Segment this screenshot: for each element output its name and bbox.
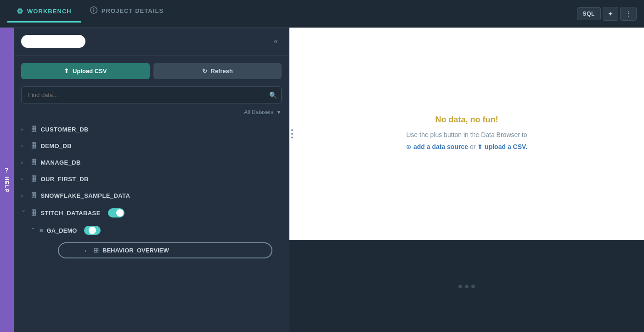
db-name-stitch: STITCH_DATABASE bbox=[40, 210, 100, 217]
help-question-icon: ? bbox=[5, 166, 9, 174]
wand-icon: ✦ bbox=[608, 10, 613, 17]
search-icon: 🔍 bbox=[269, 92, 277, 99]
chevron-down-icon: › bbox=[30, 228, 36, 233]
database-icon: 🗄 bbox=[30, 126, 37, 133]
dot-2 bbox=[465, 285, 469, 288]
bottom-panel bbox=[289, 240, 644, 332]
filter-row: All Datasets ▼ bbox=[14, 107, 289, 119]
upload-inline-icon: ⬆ bbox=[477, 143, 483, 150]
stitch-toggle[interactable] bbox=[108, 208, 124, 218]
chevron-right-icon: › bbox=[21, 160, 27, 165]
table-item-behavior-overview[interactable]: › ⊞ BEHAVIOR_OVERVIEW bbox=[58, 242, 272, 258]
help-sidebar[interactable]: ? HELP bbox=[0, 28, 14, 332]
more-options-button[interactable]: ⋮ bbox=[620, 7, 637, 21]
schema-name-ga-demo: GA_DEMO bbox=[47, 227, 77, 234]
db-item-our-first[interactable]: › 🗄 OUR_FIRST_DB bbox=[14, 171, 289, 187]
ga-demo-toggle[interactable] bbox=[84, 226, 101, 235]
sql-button[interactable]: SQL bbox=[577, 7, 601, 20]
sidebar-header: « bbox=[14, 28, 289, 56]
workbench-label: WORKBENCH bbox=[27, 8, 72, 15]
sidebar-actions: ⬆ Upload CSV ↻ Refresh bbox=[14, 56, 289, 86]
ellipsis-icon: ⋮ bbox=[625, 10, 632, 17]
plus-circle-icon: ⊕ bbox=[406, 143, 412, 150]
drag-dot bbox=[291, 137, 293, 138]
search-container: 🔍 bbox=[14, 86, 289, 107]
db-item-snowflake[interactable]: › 🗄 SNOWFLAKE_SAMPLE_DATA bbox=[14, 187, 289, 204]
top-navigation: ⚙ WORKBENCH ⓘ PROJECT DETAILS SQL ✦ ⋮ bbox=[0, 0, 644, 28]
search-input[interactable] bbox=[21, 86, 282, 103]
magic-wand-button[interactable]: ✦ bbox=[603, 7, 618, 21]
db-item-demo[interactable]: › 🗄 DEMO_DB bbox=[14, 137, 289, 154]
bottom-dots bbox=[458, 285, 475, 288]
chevron-right-icon: › bbox=[21, 193, 27, 198]
database-icon: 🗄 bbox=[30, 192, 37, 199]
chevron-right-icon: › bbox=[21, 126, 27, 132]
refresh-button[interactable]: ↻ Refresh bbox=[153, 63, 282, 79]
chevron-down-icon: › bbox=[21, 210, 27, 216]
schema-item-ga-demo[interactable]: › ≡ GA_DEMO bbox=[14, 222, 289, 239]
database-icon: 🗄 bbox=[30, 175, 37, 183]
sidebar-logo bbox=[21, 35, 85, 48]
workbench-icon: ⚙ bbox=[17, 7, 23, 16]
chevron-right-icon: › bbox=[85, 248, 90, 253]
data-browser-sidebar: « ⬆ Upload CSV ↻ Refresh 🔍 All Datasets bbox=[14, 28, 289, 332]
db-name-demo: DEMO_DB bbox=[40, 143, 72, 149]
canvas-area: No data, no fun! Use the plus button in … bbox=[289, 28, 644, 240]
chevron-left-icon: « bbox=[274, 37, 278, 45]
help-label: HELP bbox=[4, 177, 10, 193]
table-icon: ⊞ bbox=[94, 247, 99, 254]
schema-icon: ≡ bbox=[40, 227, 43, 234]
db-name-manage: MANAGE_DB bbox=[40, 159, 80, 166]
no-data-or: or bbox=[470, 143, 475, 150]
no-data-title: No data, no fun! bbox=[435, 115, 498, 125]
dot-1 bbox=[458, 285, 462, 288]
info-icon: ⓘ bbox=[90, 6, 98, 16]
db-name-our-first: OUR_FIRST_DB bbox=[40, 176, 88, 183]
main-layout: ? HELP « ⬆ Upload CSV ↻ Refresh 🔍 bbox=[0, 28, 644, 332]
db-item-manage[interactable]: › 🗄 MANAGE_DB bbox=[14, 154, 289, 171]
workbench-tab[interactable]: ⚙ WORKBENCH bbox=[7, 7, 81, 23]
project-details-tab[interactable]: ⓘ PROJECT DETAILS bbox=[81, 6, 173, 23]
db-name-snowflake: SNOWFLAKE_SAMPLE_DATA bbox=[40, 192, 130, 199]
nav-tabs: ⚙ WORKBENCH ⓘ PROJECT DETAILS bbox=[7, 6, 173, 22]
db-item-customer[interactable]: › 🗄 CUSTOMER_DB bbox=[14, 121, 289, 137]
db-name-customer: CUSTOMER_DB bbox=[40, 126, 88, 133]
collapse-sidebar-button[interactable]: « bbox=[270, 35, 282, 47]
filter-chevron-icon[interactable]: ▼ bbox=[276, 109, 282, 115]
add-data-source-link[interactable]: add a data source bbox=[413, 143, 468, 150]
database-icon: 🗄 bbox=[30, 159, 37, 166]
upload-csv-label: Upload CSV bbox=[73, 68, 107, 74]
upload-csv-button[interactable]: ⬆ Upload CSV bbox=[21, 63, 150, 79]
filter-label: All Datasets bbox=[244, 109, 273, 115]
nav-actions: SQL ✦ ⋮ bbox=[577, 7, 637, 21]
upload-csv-link[interactable]: upload a CSV. bbox=[485, 143, 527, 150]
content-area: No data, no fun! Use the plus button in … bbox=[289, 28, 644, 332]
database-icon: 🗄 bbox=[30, 209, 37, 217]
database-icon: 🗄 bbox=[30, 142, 37, 149]
table-name-behavior-overview: BEHAVIOR_OVERVIEW bbox=[102, 247, 169, 254]
no-data-line1: Use the plus button in the Data Browser … bbox=[406, 131, 527, 138]
chevron-right-icon: › bbox=[21, 143, 27, 149]
search-button[interactable]: 🔍 bbox=[269, 92, 277, 99]
drag-dot bbox=[291, 133, 293, 135]
drag-handle[interactable] bbox=[289, 126, 295, 142]
chevron-right-icon: › bbox=[21, 176, 27, 182]
refresh-label: Refresh bbox=[211, 68, 233, 74]
no-data-description: Use the plus button in the Data Browser … bbox=[406, 129, 527, 152]
refresh-icon: ↻ bbox=[202, 68, 207, 74]
search-wrapper: 🔍 bbox=[21, 86, 282, 103]
dot-3 bbox=[471, 285, 475, 288]
database-tree: › 🗄 CUSTOMER_DB › 🗄 DEMO_DB › 🗄 MANAGE_D… bbox=[14, 119, 289, 332]
project-details-label: PROJECT DETAILS bbox=[102, 7, 164, 14]
upload-icon: ⬆ bbox=[64, 68, 69, 74]
db-item-stitch[interactable]: › 🗄 STITCH_DATABASE bbox=[14, 204, 289, 222]
drag-dot bbox=[291, 129, 293, 131]
table-item-wrapper: › ⊞ BEHAVIOR_OVERVIEW bbox=[14, 239, 289, 262]
